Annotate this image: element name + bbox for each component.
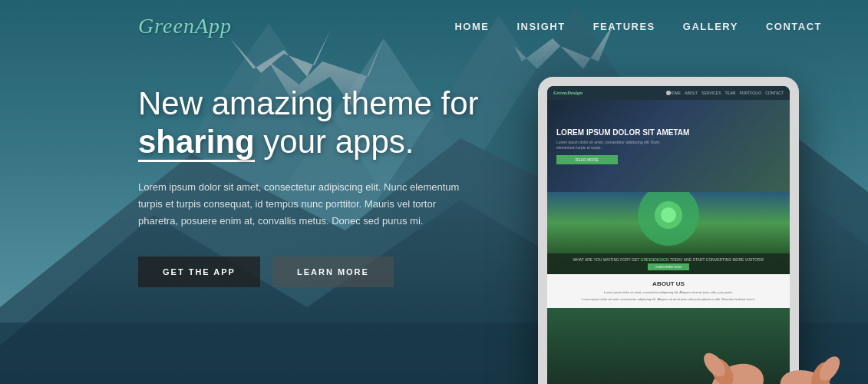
- tablet-mockup: GreenDesign HOME ABOUT SERVICES TEAM POR…: [523, 61, 845, 384]
- site-logo[interactable]: GreenApp: [138, 14, 232, 38]
- nav-link-contact[interactable]: CONTACT: [766, 21, 822, 32]
- hero-description: Lorem ipsum dolor sit amet, consectetur …: [138, 179, 460, 230]
- tablet-brand-name: GREENDESIGN: [641, 257, 669, 262]
- hero-title-bold: sharing: [138, 124, 255, 162]
- tablet-logo: GreenDesign: [553, 90, 583, 96]
- nav-link-features[interactable]: FEATURES: [593, 21, 655, 32]
- hero-section: GreenApp HOME INSIGHT FEATURES GALLERY C…: [0, 0, 868, 384]
- logo-white: App: [195, 14, 232, 38]
- nav-links: HOME INSIGHT FEATURES GALLERY CONTACT: [454, 19, 822, 33]
- tablet-nav-about: ABOUT: [685, 91, 698, 95]
- tablet-landscape: [547, 192, 790, 253]
- tablet-nav-home: HOME: [669, 91, 681, 95]
- tablet-nav-portfolio: PORTFOLIO: [739, 91, 761, 95]
- get-app-button[interactable]: GET THE APP: [138, 257, 260, 287]
- tablet-nav-team: TEAM: [725, 91, 736, 95]
- learn-more-button[interactable]: LEARN MORE: [272, 257, 394, 287]
- tablet-nav-links: HOME ABOUT SERVICES TEAM PORTFOLIO CONTA…: [669, 91, 784, 95]
- hero-content: New amazing theme for sharing your apps.…: [138, 84, 522, 287]
- hands-illustration: [691, 246, 845, 384]
- nav-link-home[interactable]: HOME: [454, 21, 489, 32]
- hero-title-rest: your apps.: [255, 124, 414, 160]
- tablet-nav-contact: CONTACT: [765, 91, 784, 95]
- navbar: GreenApp HOME INSIGHT FEATURES GALLERY C…: [0, 0, 868, 52]
- nav-link-insight[interactable]: INSIGHT: [517, 21, 565, 32]
- nav-item-insight[interactable]: INSIGHT: [517, 19, 565, 33]
- nav-item-gallery[interactable]: GALLERY: [683, 19, 738, 33]
- nav-item-contact[interactable]: CONTACT: [766, 19, 822, 33]
- tablet-subscribe-btn: SUBSCRIBE NOW: [648, 263, 689, 270]
- svg-point-15: [661, 207, 676, 223]
- nav-item-features[interactable]: FEATURES: [593, 19, 655, 33]
- tablet-cta-btn: READ MORE: [556, 155, 618, 164]
- tablet-camera: [666, 91, 671, 95]
- nav-link-gallery[interactable]: GALLERY: [683, 21, 738, 32]
- logo-green: Green: [138, 14, 195, 38]
- nav-item-home[interactable]: HOME: [454, 19, 489, 33]
- tablet-nav-services: SERVICES: [701, 91, 721, 95]
- tablet-hero-title: LOREM IPSUM DOLOR SIT AMETAM: [556, 128, 781, 137]
- tablet-hero-description: Lorem ipsum dolor sit amet, consectetur …: [556, 140, 672, 151]
- tablet-hero-area: LOREM IPSUM DOLOR SIT AMETAM Lorem ipsum…: [547, 100, 790, 192]
- hero-title: New amazing theme for sharing your apps.: [138, 84, 522, 162]
- hero-title-line1: New amazing theme for: [138, 85, 479, 121]
- hero-buttons: GET THE APP LEARN MORE: [138, 257, 522, 287]
